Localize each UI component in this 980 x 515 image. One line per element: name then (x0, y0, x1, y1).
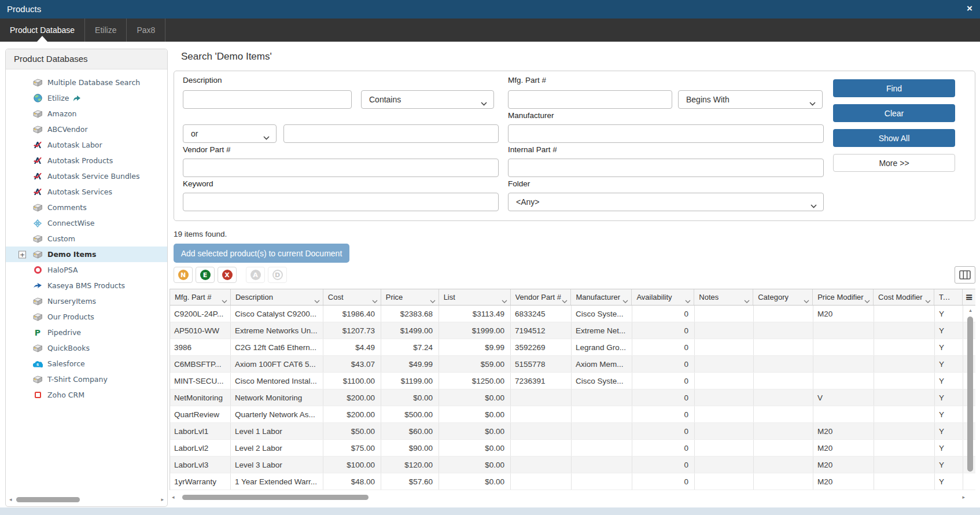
or-operator-select[interactable]: or (183, 124, 277, 143)
more-button[interactable]: More >> (833, 154, 955, 172)
sidebar-item-halopsa[interactable]: HaloPSA (6, 262, 167, 278)
sidebar-item-custom[interactable]: Custom (6, 231, 167, 247)
description-input[interactable] (183, 90, 352, 109)
folder-select[interactable]: <Any> (508, 193, 824, 211)
sidebar-hscrollbar-thumb[interactable] (16, 497, 80, 502)
table-header-vendor-part[interactable]: Vendor Part # (511, 289, 572, 305)
sidebar-item-zoho-crm[interactable]: Zoho CRM (6, 387, 167, 403)
table-row[interactable]: 3986C2G 12ft Cat6 Ethern...$4.49$7.24$9.… (170, 339, 975, 356)
table-header-availability[interactable]: Availability (632, 289, 694, 305)
action-e-button[interactable]: E (196, 267, 215, 283)
table-row[interactable]: LaborLvl2Level 2 Labor$75.00$90.00$0.000… (170, 440, 975, 457)
table-row[interactable]: AP5010-WWExtreme Networks Un...$1207.73$… (170, 322, 975, 339)
sidebar-item-autotask-services[interactable]: Autotask Services (6, 184, 167, 200)
sidebar-item-autotask-labor[interactable]: Autotask Labor (6, 137, 167, 153)
chevron-down-icon[interactable] (430, 296, 436, 305)
table-header-mfg-part[interactable]: Mfg. Part # (170, 289, 231, 305)
sidebar-item-t-shirt-company[interactable]: T-Shirt Company (6, 371, 167, 387)
header-menu-icon[interactable]: ≡ (963, 289, 975, 305)
table-row[interactable]: MINT-SECU...Cisco Mentored Instal...$110… (170, 373, 975, 389)
table-header-price[interactable]: Price (381, 289, 439, 305)
scroll-right-icon[interactable]: ▸ (962, 494, 965, 500)
scroll-left-icon[interactable]: ◂ (9, 496, 12, 502)
sidebar-item-pipedrive[interactable]: PPipedrive (6, 325, 167, 340)
table-vscrollbar[interactable]: ▴ (967, 307, 974, 488)
column-chooser-button[interactable] (955, 266, 975, 284)
mfg-part-input[interactable] (508, 90, 672, 109)
chevron-down-icon[interactable] (864, 296, 870, 305)
table-header-cost-modifier[interactable]: Cost Modifier (874, 289, 934, 305)
chevron-down-icon[interactable] (685, 296, 691, 305)
sidebar-item-autotask-service-bundles[interactable]: Autotask Service Bundles (6, 168, 167, 184)
scroll-up-icon[interactable]: ▴ (967, 307, 974, 313)
table-header-manufacturer[interactable]: Manufacturer (571, 289, 632, 305)
chevron-down-icon[interactable] (622, 296, 628, 305)
action-a-button[interactable]: A (246, 267, 265, 283)
sidebar-item-abcvendor[interactable]: ABCVendor (6, 122, 167, 137)
keyword-input[interactable] (183, 193, 499, 211)
sidebar-hscrollbar[interactable]: ◂ ▸ (8, 496, 165, 503)
table-row[interactable]: LaborLvl3Level 3 Labor$100.00$120.00$0.0… (170, 457, 975, 473)
table-header-description[interactable]: Description (231, 289, 323, 305)
table-hscrollbar-thumb[interactable] (182, 495, 369, 500)
sidebar-item-demo-items[interactable]: +Demo Items (6, 247, 167, 262)
sidebar-item-connectwise[interactable]: ConnectWise (6, 215, 167, 231)
mfg-part-match-select[interactable]: Begins With (678, 90, 823, 109)
table-header-tax-code[interactable]: Tax Code (934, 289, 963, 305)
table-cell: NetMonitoring (170, 389, 231, 406)
find-button[interactable]: Find (833, 79, 955, 97)
svg-text:s: s (36, 362, 39, 367)
table-vscrollbar-thumb[interactable] (967, 317, 973, 472)
table-header-category[interactable]: Category (753, 289, 813, 305)
table-row[interactable]: C6MBSFTP...Axiom 100FT CAT6 5...$43.07$4… (170, 356, 975, 373)
expand-plus-icon[interactable]: + (19, 251, 26, 258)
chevron-down-icon[interactable] (372, 296, 378, 305)
table-row[interactable]: NetMonitoringNetwork Monitoring$200.00$0… (170, 389, 975, 406)
sidebar-item-amazon[interactable]: Amazon (6, 106, 167, 122)
table-hscrollbar[interactable]: ◂ ▸ (171, 494, 966, 501)
tab-etilize[interactable]: Etilize (85, 19, 127, 42)
tab-pax8[interactable]: Pax8 (127, 19, 165, 42)
chevron-down-icon[interactable] (222, 296, 227, 305)
table-row[interactable]: C9200L-24P...Cisco Catalyst C9200...$198… (170, 306, 975, 322)
close-icon[interactable]: × (967, 3, 972, 14)
chevron-down-icon[interactable] (562, 296, 568, 305)
sidebar-item-salesforce[interactable]: sSalesforce (6, 356, 167, 371)
sidebar-item-kaseya-bms-products[interactable]: Kaseya BMS Products (6, 278, 167, 293)
chevron-down-icon[interactable] (314, 296, 320, 305)
show-all-button[interactable]: Show All (833, 129, 955, 147)
scroll-left-icon[interactable]: ◂ (172, 494, 175, 500)
action-x-button[interactable]: X (218, 267, 237, 283)
action-n-button[interactable]: N (174, 267, 193, 283)
table-cell: M20 (813, 473, 874, 490)
description-or-input[interactable] (283, 124, 499, 143)
description-match-select[interactable]: Contains (361, 90, 494, 109)
vendor-part-input[interactable] (183, 159, 499, 177)
sidebar-item-our-products[interactable]: Our Products (6, 309, 167, 325)
sidebar-item-autotask-products[interactable]: Autotask Products (6, 153, 167, 168)
table-header-list[interactable]: List (439, 289, 511, 305)
sidebar-item-multiple-database-search[interactable]: Multiple Database Search (6, 75, 167, 90)
scroll-right-icon[interactable]: ▸ (161, 496, 164, 502)
tab-product-database[interactable]: Product Database (0, 19, 85, 42)
table-row[interactable]: 1yrWarranty1 Year Extended Warr...$48.00… (170, 473, 975, 490)
chevron-down-icon[interactable] (925, 296, 931, 305)
chevron-down-icon[interactable] (804, 296, 809, 305)
chevron-down-icon[interactable] (744, 296, 750, 305)
sidebar-item-comments[interactable]: Comments (6, 200, 167, 215)
action-d-button[interactable]: D (268, 267, 287, 283)
sidebar-item-quickbooks[interactable]: QuickBooks (6, 340, 167, 356)
clear-button[interactable]: Clear (833, 104, 955, 122)
add-to-document-button[interactable]: Add selected product(s) to current Docum… (174, 244, 349, 263)
internal-part-input[interactable] (508, 159, 824, 177)
table-header-price-modifier[interactable]: Price Modifier (813, 289, 874, 305)
table-row[interactable]: LaborLvl1Level 1 Labor$50.00$60.00$0.000… (170, 423, 975, 440)
sidebar-item-etilize[interactable]: Etilize (6, 90, 167, 106)
table-header-notes[interactable]: Notes (694, 289, 753, 305)
table-row[interactable]: QuartReviewQuarterly Network As...$200.0… (170, 406, 975, 423)
table-header-cost[interactable]: Cost (323, 289, 381, 305)
manufacturer-input[interactable] (508, 124, 824, 143)
sidebar-item-nurseryitems[interactable]: NurseryItems (6, 293, 167, 309)
sidebar-item-label: Autotask Products (47, 156, 113, 165)
chevron-down-icon[interactable] (502, 296, 507, 305)
